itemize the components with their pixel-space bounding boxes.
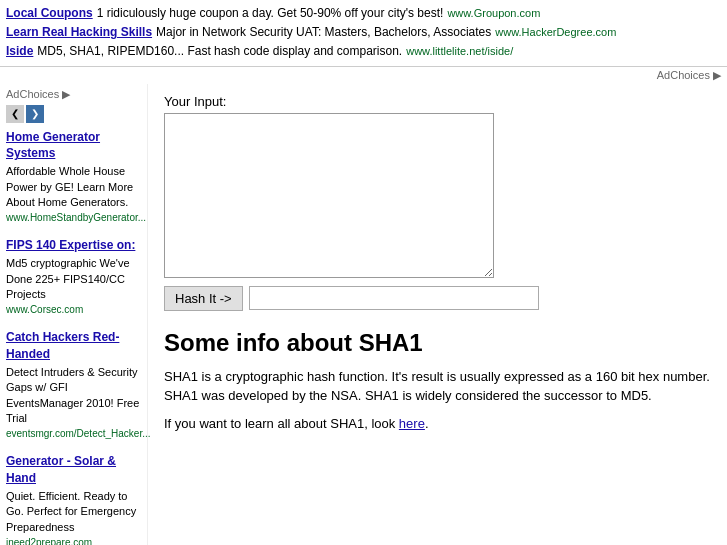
page-wrapper: Local Coupons 1 ridiculously huge coupon… [0,0,727,545]
sidebar-ad-2: FIPS 140 Expertise on: Md5 cryptographic… [6,237,141,315]
info-paragraph-2-suffix: . [425,416,429,431]
sidebar-ad-1-desc: Affordable Whole House Power by GE! Lear… [6,165,133,208]
top-ad-3-url[interactable]: www.littlelite.net/iside/ [406,43,513,61]
input-label: Your Input: [164,94,711,109]
sidebar-ad-4-title[interactable]: Generator - Solar & Hand [6,453,141,487]
sidebar-ad-1-title[interactable]: Home Generator Systems [6,129,141,163]
sidebar-ad-4: Generator - Solar & Hand Quiet. Efficien… [6,453,141,545]
hash-row: Hash It -> [164,286,711,311]
sidebar-prev-button[interactable]: ❮ [6,105,24,123]
text-input[interactable] [164,113,494,278]
top-ad-row-3: Iside MD5, SHA1, RIPEMD160... Fast hash … [6,42,721,61]
sidebar-ad-1: Home Generator Systems Affordable Whole … [6,129,141,224]
info-paragraph-1: SHA1 is a cryptographic hash function. I… [164,367,711,406]
info-section: Some info about SHA1 SHA1 is a cryptogra… [164,329,711,434]
sidebar-next-button[interactable]: ❯ [26,105,44,123]
info-paragraph-2: If you want to learn all about SHA1, loo… [164,414,711,434]
main-layout: AdChoices ▶ ❮ ❯ Home Generator Systems A… [0,84,727,545]
top-ad-row-2: Learn Real Hacking Skills Major in Netwo… [6,23,721,42]
sidebar-ad-2-title[interactable]: FIPS 140 Expertise on: [6,237,141,254]
top-ad-1-title[interactable]: Local Coupons [6,4,93,23]
top-ad-1-desc: 1 ridiculously huge coupon a day. Get 50… [97,4,444,23]
top-ad-3-desc: MD5, SHA1, RIPEMD160... Fast hash code d… [37,42,402,61]
info-paragraph-2-prefix: If you want to learn all about SHA1, loo… [164,416,399,431]
top-ad-2-title[interactable]: Learn Real Hacking Skills [6,23,152,42]
main-content: Your Input: Hash It -> Some info about S… [148,84,727,545]
top-ad-row-1: Local Coupons 1 ridiculously huge coupon… [6,4,721,23]
sidebar-ad-3-url[interactable]: eventsmgr.com/Detect_Hacker... [6,428,141,439]
top-ad-2-url[interactable]: www.HackerDegree.com [495,24,616,42]
sidebar: AdChoices ▶ ❮ ❯ Home Generator Systems A… [0,84,148,545]
hash-button[interactable]: Hash It -> [164,286,243,311]
hash-output-field[interactable] [249,286,539,310]
top-ads-bar: Local Coupons 1 ridiculously huge coupon… [0,0,727,67]
sidebar-adchoices-label[interactable]: AdChoices ▶ [6,88,70,101]
sidebar-ad-3-desc: Detect Intruders & Security Gaps w/ GFI … [6,366,139,424]
sidebar-nav-arrows: ❮ ❯ [6,105,141,123]
sidebar-ad-4-url[interactable]: ineed2prepare.com [6,537,141,545]
sidebar-ad-4-desc: Quiet. Efficient. Ready to Go. Perfect f… [6,490,136,533]
sidebar-ad-2-url[interactable]: www.Corsec.com [6,304,141,315]
top-ad-1-url[interactable]: www.Groupon.com [447,5,540,23]
top-ad-3-title[interactable]: Iside [6,42,33,61]
sidebar-ad-2-desc: Md5 cryptographic We've Done 225+ FIPS14… [6,257,130,300]
adchoices-top: AdChoices ▶ [0,67,727,84]
sidebar-ad-3-title[interactable]: Catch Hackers Red-Handed [6,329,141,363]
sidebar-adchoices: AdChoices ▶ [6,88,141,101]
sidebar-ad-3: Catch Hackers Red-Handed Detect Intruder… [6,329,141,439]
sidebar-ad-1-url[interactable]: www.HomeStandbyGenerator... [6,212,141,223]
info-heading: Some info about SHA1 [164,329,711,357]
top-ad-2-desc: Major in Network Security UAT: Masters, … [156,23,491,42]
info-here-link[interactable]: here [399,416,425,431]
